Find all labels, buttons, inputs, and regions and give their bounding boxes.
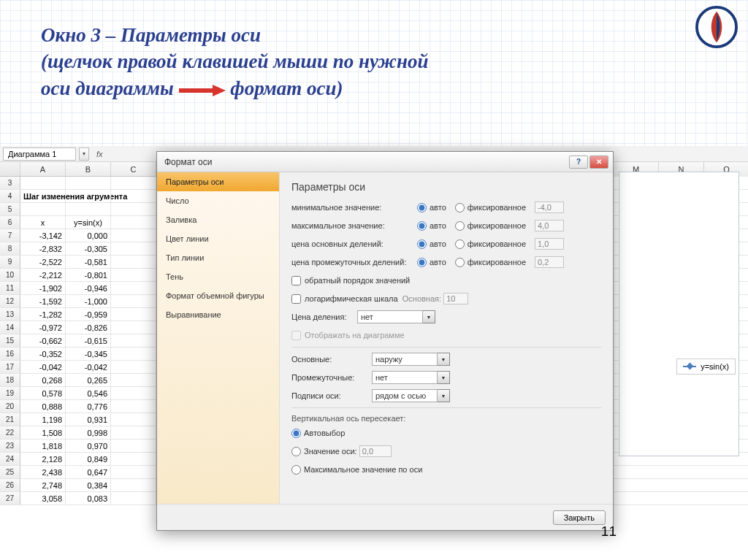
cell[interactable]: [111, 387, 156, 399]
sidebar-item-4[interactable]: Тип линии: [157, 248, 279, 267]
cell[interactable]: [66, 203, 111, 215]
cell[interactable]: [111, 374, 156, 386]
cell[interactable]: 0,578: [20, 387, 66, 399]
column-header-A[interactable]: A: [20, 162, 66, 176]
cross-value-input[interactable]: [359, 445, 392, 457]
cell[interactable]: [111, 492, 156, 505]
chart-area[interactable]: y=sin(x): [619, 172, 739, 456]
min-fixed-radio[interactable]: [455, 203, 465, 212]
major-fixed-radio[interactable]: [455, 239, 465, 249]
cell[interactable]: -0,946: [66, 282, 111, 294]
cell[interactable]: 0,546: [66, 387, 111, 399]
cell[interactable]: [66, 177, 111, 189]
row-header[interactable]: 22: [0, 426, 20, 439]
cell[interactable]: -0,042: [20, 361, 66, 373]
cell[interactable]: -0,352: [20, 348, 66, 360]
cell[interactable]: 0,000: [66, 229, 111, 242]
cell[interactable]: -0,615: [66, 334, 111, 347]
cell[interactable]: 0,888: [20, 400, 66, 413]
cell[interactable]: -0,801: [66, 269, 111, 281]
log-base-input[interactable]: [443, 293, 468, 304]
cell[interactable]: -0,959: [66, 308, 111, 321]
dialog-titlebar[interactable]: Формат оси ? ✕: [157, 152, 613, 172]
row-header[interactable]: 8: [0, 242, 20, 255]
minor-fixed-radio[interactable]: [455, 258, 465, 267]
cell[interactable]: x: [20, 216, 66, 229]
minor-auto-radio[interactable]: [417, 258, 427, 267]
row-header[interactable]: 26: [0, 479, 20, 491]
sidebar-item-1[interactable]: Число: [157, 191, 279, 210]
cell[interactable]: -0,581: [66, 256, 111, 268]
cell[interactable]: [111, 295, 156, 307]
cell[interactable]: -2,212: [20, 269, 66, 281]
column-header-B[interactable]: B: [66, 162, 111, 176]
row-header[interactable]: 20: [0, 400, 20, 413]
cell[interactable]: [20, 177, 66, 189]
row-header[interactable]: 11: [0, 282, 20, 294]
cell[interactable]: 0,998: [66, 426, 111, 439]
row-header[interactable]: 15: [0, 334, 20, 347]
cell[interactable]: -0,826: [66, 321, 111, 334]
min-value-input[interactable]: [535, 202, 564, 213]
cell[interactable]: [111, 256, 156, 268]
row-header[interactable]: 18: [0, 374, 20, 386]
cell[interactable]: 1,198: [20, 413, 66, 426]
row-header[interactable]: 17: [0, 361, 20, 373]
cell[interactable]: [111, 308, 156, 321]
cell[interactable]: 0,384: [66, 479, 111, 491]
row-header[interactable]: 21: [0, 413, 20, 426]
major-tick-combo[interactable]: наружу ▼: [372, 353, 450, 366]
row-header[interactable]: 9: [0, 256, 20, 268]
row-header[interactable]: 14: [0, 321, 20, 334]
column-header-C[interactable]: C: [111, 162, 156, 176]
cell[interactable]: [111, 321, 156, 334]
cell[interactable]: 1,508: [20, 426, 66, 439]
cross-value-radio[interactable]: [291, 447, 301, 456]
cell[interactable]: [111, 203, 156, 215]
major-auto-radio[interactable]: [417, 239, 427, 249]
cell[interactable]: [111, 400, 156, 413]
cell[interactable]: 3,058: [20, 492, 66, 505]
cell[interactable]: -1,282: [20, 308, 66, 321]
select-all-corner[interactable]: [0, 162, 20, 176]
row-header[interactable]: 10: [0, 269, 20, 281]
cell[interactable]: -0,305: [66, 242, 111, 255]
cell[interactable]: [111, 453, 156, 465]
max-fixed-radio[interactable]: [455, 221, 465, 231]
cell[interactable]: -0,972: [20, 321, 66, 334]
row-header[interactable]: 24: [0, 453, 20, 465]
chevron-down-icon[interactable]: ▼: [438, 389, 450, 402]
cell[interactable]: [66, 190, 111, 202]
row-header[interactable]: 4: [0, 190, 20, 202]
row-header[interactable]: 12: [0, 295, 20, 307]
sidebar-item-6[interactable]: Формат объемной фигуры: [157, 286, 279, 305]
cell[interactable]: 0,265: [66, 374, 111, 386]
minor-value-input[interactable]: [535, 256, 564, 268]
sidebar-item-2[interactable]: Заливка: [157, 210, 279, 229]
sidebar-item-7[interactable]: Выравнивание: [157, 305, 279, 324]
reverse-order-checkbox[interactable]: [291, 276, 301, 285]
cell[interactable]: 0,647: [66, 466, 111, 478]
cell[interactable]: 2,748: [20, 479, 66, 491]
cell[interactable]: [20, 203, 66, 215]
cell[interactable]: [111, 466, 156, 478]
row-header[interactable]: 23: [0, 440, 20, 452]
cell[interactable]: 0,970: [66, 440, 111, 452]
cell[interactable]: [111, 229, 156, 242]
cell[interactable]: [111, 348, 156, 360]
cell[interactable]: -2,522: [20, 256, 66, 268]
cell[interactable]: 0,083: [66, 492, 111, 505]
cell[interactable]: Шаг изменения агрумента: [20, 190, 66, 202]
cell[interactable]: -3,142: [20, 229, 66, 242]
major-value-input[interactable]: [535, 238, 564, 250]
row-header[interactable]: 25: [0, 466, 20, 478]
row-header[interactable]: 19: [0, 387, 20, 399]
cell[interactable]: -2,832: [20, 242, 66, 255]
cell[interactable]: 0,849: [66, 453, 111, 465]
chevron-down-icon[interactable]: ▼: [423, 310, 435, 323]
cell[interactable]: -1,592: [20, 295, 66, 307]
cell[interactable]: [111, 413, 156, 426]
cell[interactable]: y=sin(x): [66, 216, 111, 229]
minor-tick-combo[interactable]: нет ▼: [372, 371, 450, 384]
row-header[interactable]: 6: [0, 216, 20, 229]
